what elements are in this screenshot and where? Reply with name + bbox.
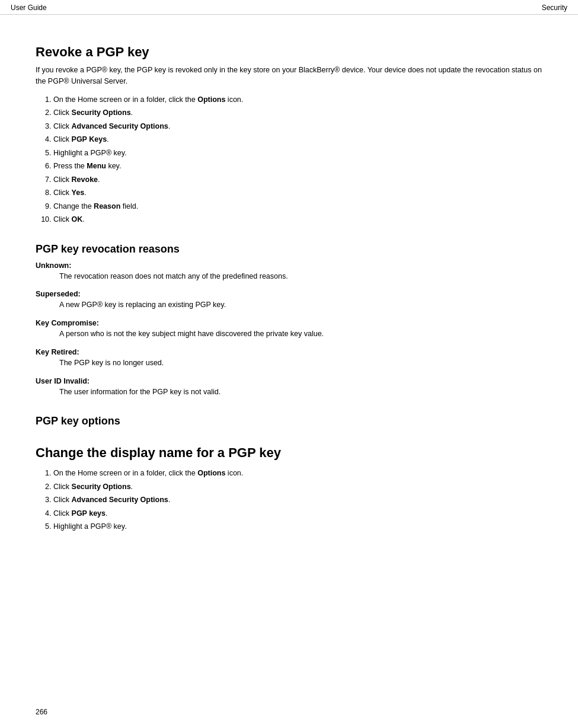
term-user-id-invalid-desc: The user information for the PGP key is … (59, 387, 542, 398)
revoke-pgp-key-section: Revoke a PGP key If you revoke a PGP® ke… (36, 44, 542, 226)
revoke-steps-list: On the Home screen or in a folder, click… (53, 93, 542, 226)
change-step-2: Click Security Options. (53, 480, 542, 494)
page-content: Revoke a PGP key If you revoke a PGP® ke… (0, 15, 578, 574)
revoke-intro-text: If you revoke a PGP® key, the PGP key is… (36, 65, 542, 87)
revoke-step-9: Change the Reason field. (53, 200, 542, 213)
header-right: Security (542, 4, 567, 12)
term-unknown: Unknown: The revocation reason does not … (36, 261, 542, 282)
term-superseded-desc: A new PGP® key is replacing an existing … (59, 299, 542, 311)
term-key-compromise-desc: A person who is not the key subject migh… (59, 328, 542, 340)
term-key-retired: Key Retired: The PGP key is no longer us… (36, 348, 542, 369)
revoke-step-7: Click Revoke. (53, 173, 542, 187)
term-key-retired-desc: The PGP key is no longer used. (59, 357, 542, 369)
revoke-step-10: Click OK. (53, 213, 542, 226)
change-step-5: Highlight a PGP® key. (53, 520, 542, 534)
term-user-id-invalid-title: User ID Invalid: (36, 377, 542, 385)
term-key-compromise: Key Compromise: A person who is not the … (36, 319, 542, 340)
term-key-retired-title: Key Retired: (36, 348, 542, 356)
revoke-step-5: Highlight a PGP® key. (53, 146, 542, 160)
revoke-step-8: Click Yes. (53, 186, 542, 200)
pgp-key-options-section: PGP key options (36, 415, 542, 427)
change-display-name-steps-list: On the Home screen or in a folder, click… (53, 467, 542, 534)
change-step-4: Click PGP keys. (53, 507, 542, 521)
page-header: User Guide Security (0, 0, 578, 14)
term-unknown-title: Unknown: (36, 261, 542, 270)
pgp-key-options-title: PGP key options (36, 415, 542, 427)
page-number: 266 (36, 708, 47, 716)
term-superseded-title: Superseded: (36, 290, 542, 298)
change-step-3: Click Advanced Security Options. (53, 493, 542, 507)
term-superseded: Superseded: A new PGP® key is replacing … (36, 290, 542, 311)
revocation-reasons-section: PGP key revocation reasons Unknown: The … (36, 243, 542, 398)
header-left: User Guide (11, 4, 47, 12)
revoke-pgp-key-title: Revoke a PGP key (36, 44, 542, 60)
revoke-step-1: On the Home screen or in a folder, click… (53, 93, 542, 107)
change-display-name-title: Change the display name for a PGP key (36, 445, 542, 461)
page-footer: 266 (36, 708, 47, 716)
revoke-step-4: Click PGP Keys. (53, 133, 542, 146)
term-user-id-invalid: User ID Invalid: The user information fo… (36, 377, 542, 398)
change-display-name-section: Change the display name for a PGP key On… (36, 445, 542, 534)
revoke-step-3: Click Advanced Security Options. (53, 120, 542, 133)
revoke-step-2: Click Security Options. (53, 106, 542, 120)
change-step-1: On the Home screen or in a folder, click… (53, 467, 542, 480)
term-unknown-desc: The revocation reason does not match any… (59, 271, 542, 282)
term-key-compromise-title: Key Compromise: (36, 319, 542, 327)
revocation-reasons-title: PGP key revocation reasons (36, 243, 542, 256)
revoke-step-6: Press the Menu key. (53, 159, 542, 173)
